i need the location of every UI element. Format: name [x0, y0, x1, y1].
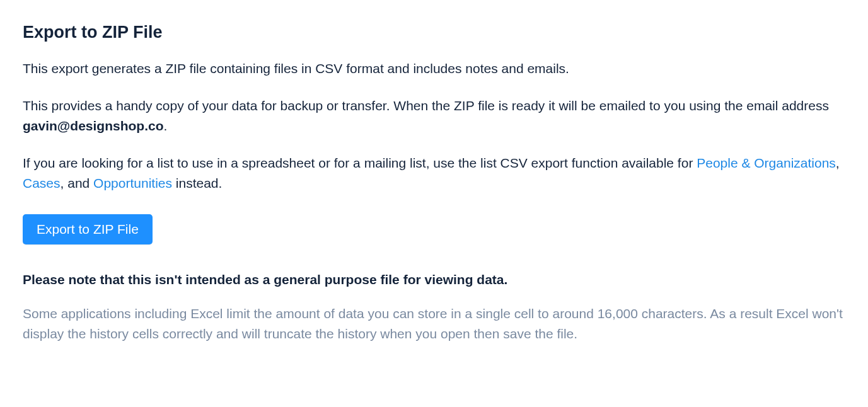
links-sep1: , — [836, 156, 840, 170]
email-paragraph: This provides a handy copy of your data … — [23, 96, 845, 137]
links-sep2: , and — [61, 176, 94, 190]
people-organizations-link[interactable]: People & Organizations — [697, 156, 836, 170]
note-body: Some applications including Excel limit … — [23, 304, 845, 345]
links-paragraph-suffix: instead. — [172, 176, 222, 190]
links-paragraph-prefix: If you are looking for a list to use in … — [23, 156, 697, 170]
email-address: gavin@designshop.co — [23, 118, 164, 133]
note-heading: Please note that this isn't intended as … — [23, 272, 845, 287]
opportunities-link[interactable]: Opportunities — [93, 176, 172, 190]
email-paragraph-prefix: This provides a handy copy of your data … — [23, 98, 829, 113]
cases-link[interactable]: Cases — [23, 176, 61, 190]
email-paragraph-suffix: . — [164, 118, 168, 133]
intro-paragraph: This export generates a ZIP file contain… — [23, 59, 845, 79]
page-title: Export to ZIP File — [23, 23, 845, 42]
links-paragraph: If you are looking for a list to use in … — [23, 153, 845, 194]
export-zip-button[interactable]: Export to ZIP File — [23, 214, 153, 244]
